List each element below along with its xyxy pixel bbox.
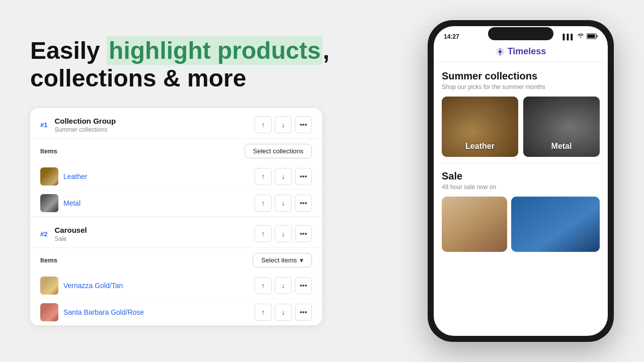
group-2-up-button[interactable]: ↑ xyxy=(255,225,272,242)
group-1-items-header: Items Select collections xyxy=(30,139,322,163)
santa-item-info: Santa Barbara Gold/Rose xyxy=(40,303,144,321)
group-1-up-button[interactable]: ↑ xyxy=(255,116,272,133)
headline-prefix: Easily xyxy=(30,37,107,64)
vernazza-item-row: Vernazza Gold/Tan ↑ ↓ ••• xyxy=(30,273,322,299)
svg-point-3 xyxy=(499,50,502,53)
leather-more-button[interactable]: ••• xyxy=(295,168,312,185)
group-1-type: Collection Group xyxy=(54,117,116,125)
editor-panel: #1 Collection Group Summer collections ↑… xyxy=(30,108,322,325)
group-1-num: #1 xyxy=(40,121,47,129)
headline: Easily highlight products, collections &… xyxy=(30,37,382,92)
santa-item-row: Santa Barbara Gold/Rose ↑ ↓ ••• xyxy=(30,299,322,325)
group-2-down-button[interactable]: ↓ xyxy=(275,225,292,242)
signal-icon: ▌▌▌ xyxy=(563,34,575,40)
metal-product-card: Metal xyxy=(523,97,600,157)
sale-section: Sale 48 hour sale now on xyxy=(434,163,608,257)
product-grid: Leather Metal xyxy=(442,97,600,157)
group-2-info: #2 Carousel Sale xyxy=(40,226,87,242)
group-2-type: Carousel xyxy=(54,226,87,234)
santa-down-button[interactable]: ↓ xyxy=(275,304,292,321)
select-items-chevron-icon: ▾ xyxy=(300,256,303,264)
santa-up-button[interactable]: ↑ xyxy=(255,304,272,321)
brand-icon xyxy=(496,47,505,56)
leather-item-info: Leather xyxy=(40,167,87,186)
vernazza-up-button[interactable]: ↑ xyxy=(255,277,272,294)
summer-subtitle: Shop our picks for the summer months xyxy=(442,83,600,90)
right-section: 14:27 ▌▌▌ xyxy=(428,20,614,342)
leather-item-name[interactable]: Leather xyxy=(63,172,87,180)
headline-highlight: highlight products xyxy=(107,36,323,65)
select-items-label: Select items xyxy=(261,256,297,264)
leather-product-label: Leather xyxy=(465,142,495,157)
phone-brand-header: Timeless xyxy=(434,42,608,62)
sale-subtitle: 48 hour sale now on xyxy=(442,184,600,191)
metal-thumbnail xyxy=(40,194,58,212)
metal-down-button[interactable]: ↓ xyxy=(275,195,292,212)
vernazza-item-name[interactable]: Vernazza Gold/Tan xyxy=(63,282,123,290)
group-1-controls: ↑ ↓ ••• xyxy=(255,116,312,133)
summer-title: Summer collections xyxy=(442,70,600,82)
brand-name: Timeless xyxy=(508,46,546,57)
leather-thumbnail xyxy=(40,167,58,186)
sale-card-2 xyxy=(511,197,600,252)
vernazza-item-info: Vernazza Gold/Tan xyxy=(40,277,123,295)
leather-up-button[interactable]: ↑ xyxy=(255,168,272,185)
phone-frame: 14:27 ▌▌▌ xyxy=(428,20,614,342)
metal-item-info: Metal xyxy=(40,194,80,212)
sale-title: Sale xyxy=(442,170,600,182)
summer-collections-section: Summer collections Shop our picks for th… xyxy=(434,62,608,163)
group-2-num: #2 xyxy=(40,230,47,238)
metal-more-button[interactable]: ••• xyxy=(295,195,312,212)
select-collections-button[interactable]: Select collections xyxy=(245,144,312,158)
group-1-subtitle: Summer collections xyxy=(54,126,116,133)
sale-card-1 xyxy=(442,197,507,252)
phone-time: 14:27 xyxy=(444,33,459,40)
battery-icon xyxy=(587,33,598,40)
vernazza-more-button[interactable]: ••• xyxy=(295,277,312,294)
metal-up-button[interactable]: ↑ xyxy=(255,195,272,212)
left-section: Easily highlight products, collections &… xyxy=(30,37,382,325)
leather-down-button[interactable]: ↓ xyxy=(275,168,292,185)
metal-item-row: Metal ↑ ↓ ••• xyxy=(30,190,322,217)
sale-grid xyxy=(442,197,600,252)
group-1-down-button[interactable]: ↓ xyxy=(275,116,292,133)
vernazza-down-button[interactable]: ↓ xyxy=(275,277,292,294)
santa-item-name[interactable]: Santa Barbara Gold/Rose xyxy=(63,308,144,316)
leather-product-card: Leather xyxy=(442,97,518,157)
phone-content: Summer collections Shop our picks for th… xyxy=(434,62,608,336)
group-1-row: #1 Collection Group Summer collections ↑… xyxy=(30,108,322,139)
group-1-more-button[interactable]: ••• xyxy=(295,116,312,133)
status-icons: ▌▌▌ xyxy=(563,33,598,40)
phone-notch xyxy=(488,27,553,40)
leather-item-controls: ↑ ↓ ••• xyxy=(255,168,312,185)
santa-item-controls: ↑ ↓ ••• xyxy=(255,304,312,321)
santa-more-button[interactable]: ••• xyxy=(295,304,312,321)
phone-screen: 14:27 ▌▌▌ xyxy=(434,26,608,336)
group-1-info: #1 Collection Group Summer collections xyxy=(40,117,116,133)
vernazza-item-controls: ↑ ↓ ••• xyxy=(255,277,312,294)
group-2-controls: ↑ ↓ ••• xyxy=(255,225,312,242)
metal-item-name[interactable]: Metal xyxy=(63,199,80,207)
leather-item-row: Leather ↑ ↓ ••• xyxy=(30,163,322,190)
svg-rect-1 xyxy=(588,35,595,38)
group-2-row: #2 Carousel Sale ↑ ↓ ••• xyxy=(30,217,322,248)
group-2-items-label: Items xyxy=(40,256,57,264)
group-1-items-label: Items xyxy=(40,147,57,155)
metal-product-label: Metal xyxy=(551,142,572,157)
group-2-more-button[interactable]: ••• xyxy=(295,225,312,242)
santa-thumbnail xyxy=(40,303,58,321)
vernazza-thumbnail xyxy=(40,277,58,295)
metal-item-controls: ↑ ↓ ••• xyxy=(255,195,312,212)
wifi-icon xyxy=(577,34,584,40)
brand-logo: Timeless xyxy=(496,46,546,57)
select-items-button[interactable]: Select items ▾ xyxy=(253,253,312,267)
group-2-items-header: Items Select items ▾ xyxy=(30,248,322,273)
group-2-subtitle: Sale xyxy=(54,235,87,242)
